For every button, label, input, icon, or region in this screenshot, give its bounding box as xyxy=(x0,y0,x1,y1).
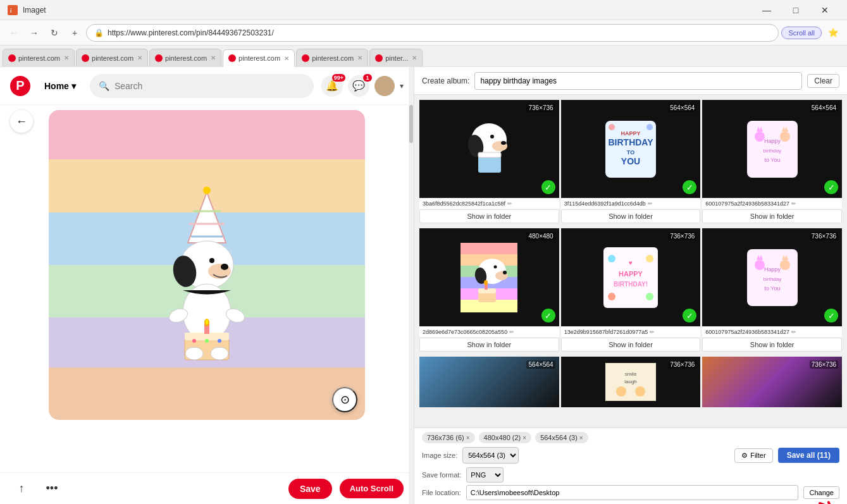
grid-item-8[interactable]: smile laugh 736×736 xyxy=(561,357,701,407)
messages-button[interactable]: 💬 1 xyxy=(348,75,369,97)
show-folder-btn-5[interactable]: Show in folder xyxy=(561,338,701,352)
auto-scroll-button[interactable]: Auto Scroll xyxy=(340,479,404,498)
thumbnail-happy-birthday: ♥ HAPPY BIRTHDAY! xyxy=(602,246,659,309)
tab-label-3: pinterest.com xyxy=(165,54,207,62)
tab-label-4: pinterest.com xyxy=(238,54,280,62)
tab-2[interactable]: pinterest.com ✕ xyxy=(76,49,148,66)
svg-text:Happy: Happy xyxy=(764,138,781,144)
svg-point-43 xyxy=(755,132,765,142)
svg-text:Happy: Happy xyxy=(764,266,781,273)
save-all-button[interactable]: Save all (11) xyxy=(778,448,839,463)
edit-filename-2[interactable]: ✏ xyxy=(648,200,653,207)
show-folder-btn-1[interactable]: Show in folder xyxy=(419,209,559,223)
avatar[interactable] xyxy=(374,76,395,96)
tab-close-6[interactable]: ✕ xyxy=(412,54,417,61)
grid-item-1[interactable]: 736×736 ✓ xyxy=(419,100,559,198)
show-folder-btn-3[interactable]: Show in folder xyxy=(702,209,842,223)
share-icon: ↑ xyxy=(19,482,25,495)
svg-point-23 xyxy=(185,347,203,360)
tab-close-4[interactable]: ✕ xyxy=(284,55,289,62)
scroll-all-button[interactable]: Scroll all xyxy=(781,27,822,39)
home-button[interactable]: Home ▾ xyxy=(38,77,82,95)
close-button[interactable]: ✕ xyxy=(810,0,839,20)
filter-button[interactable]: ⚙ Filter xyxy=(734,448,772,463)
url-text[interactable]: https://www.pinterest.com/pin/8444936725… xyxy=(108,28,770,37)
grid-item-2[interactable]: HAPPY BIRTHDAY TO YOU 564×564 ✓ xyxy=(561,100,701,198)
tab-4[interactable]: pinterest.com ✕ xyxy=(223,49,295,67)
check-icon-3: ✓ xyxy=(824,180,838,194)
back-button[interactable]: ← xyxy=(5,24,23,42)
tab-label-5: pinterest.com xyxy=(312,54,354,62)
size-tags: 736x736 (6) × 480x480 (2) × 564x564 (3) … xyxy=(422,432,839,443)
edit-filename-5[interactable]: ✏ xyxy=(650,329,655,335)
edit-filename-3[interactable]: ✏ xyxy=(791,200,796,207)
show-folder-btn-4[interactable]: Show in folder xyxy=(419,338,559,352)
size-tag-736: 736x736 (6) × xyxy=(422,432,475,443)
grid-item-6[interactable]: Happy birthday to You 736×736 ✓ xyxy=(702,228,842,326)
notifications-button[interactable]: 🔔 99+ xyxy=(321,75,343,97)
visual-search-button[interactable]: ⊙ xyxy=(332,387,357,412)
tab-5[interactable]: pinterest.com ✕ xyxy=(296,49,368,66)
more-options-button[interactable]: ••• xyxy=(40,477,63,500)
size-tag-736-remove[interactable]: × xyxy=(466,434,470,441)
tab-favicon-3 xyxy=(155,54,163,62)
refresh-button[interactable]: ↻ xyxy=(46,24,63,42)
maximize-button[interactable]: □ xyxy=(781,0,810,20)
dim-label-3: 564×564 xyxy=(810,104,838,112)
change-location-button[interactable]: Change xyxy=(803,486,839,499)
search-input[interactable] xyxy=(114,81,305,91)
grid-item-9[interactable]: 736×736 xyxy=(702,357,842,407)
forward-button[interactable]: → xyxy=(25,24,43,42)
edit-filename-6[interactable]: ✏ xyxy=(791,329,796,335)
tab-close-5[interactable]: ✕ xyxy=(357,54,362,61)
album-label: Create album: xyxy=(422,77,469,85)
file-location-input[interactable] xyxy=(466,485,799,500)
thumbnail-snoopy-2 xyxy=(461,243,517,312)
tab-3[interactable]: pinterest.com ✕ xyxy=(149,49,221,66)
dim-label-6: 736×736 xyxy=(810,232,838,240)
size-tag-480-remove[interactable]: × xyxy=(522,434,526,441)
minimize-button[interactable]: — xyxy=(752,0,781,20)
clear-button[interactable]: Clear xyxy=(807,74,839,88)
svg-text:YOU: YOU xyxy=(621,156,640,166)
tab-close-2[interactable]: ✕ xyxy=(137,54,142,61)
search-icon: 🔍 xyxy=(99,81,109,91)
thumbnail-cats-2: Happy birthday to You xyxy=(744,246,801,309)
edit-filename-1[interactable]: ✏ xyxy=(507,200,512,207)
grid-item-5[interactable]: ♥ HAPPY BIRTHDAY! 736×736 ✓ xyxy=(561,228,701,326)
scrollbar-thumb[interactable] xyxy=(409,105,413,143)
grid-item-4[interactable]: 480×480 ✓ xyxy=(419,228,559,326)
edit-filename-4[interactable]: ✏ xyxy=(509,329,514,335)
grid-item-7[interactable]: 564×564 xyxy=(419,357,559,407)
save-format-select[interactable]: PNG JPG WEBP xyxy=(466,467,504,482)
tab-close-3[interactable]: ✕ xyxy=(211,54,216,61)
tab-1[interactable]: pinterest.com ✕ xyxy=(3,49,75,66)
svg-text:to You: to You xyxy=(764,285,780,292)
imaget-panel: Create album: Clear xyxy=(414,67,847,504)
dim-label-2: 564×564 xyxy=(668,104,696,112)
show-folder-btn-2[interactable]: Show in folder xyxy=(561,209,701,223)
grid-item-3[interactable]: Happy birthday to You 564×564 xyxy=(702,100,842,198)
thumbnail-snoopy-1 xyxy=(461,114,517,184)
pinterest-scrollbar[interactable] xyxy=(409,67,414,504)
tab-close-1[interactable]: ✕ xyxy=(64,54,69,61)
dim-label-5: 736×736 xyxy=(668,232,696,240)
album-input[interactable] xyxy=(474,72,802,90)
back-navigation-button[interactable]: ← xyxy=(10,110,33,133)
tab-6[interactable]: pinter... ✕ xyxy=(369,49,423,66)
pin-save-button[interactable]: Save xyxy=(288,479,332,499)
search-bar[interactable]: 🔍 xyxy=(90,74,314,98)
share-button[interactable]: ↑ xyxy=(10,477,33,500)
bookmark-button[interactable]: ⭐ xyxy=(824,24,842,42)
tab-bar: pinterest.com ✕ pinterest.com ✕ pinteres… xyxy=(0,46,847,67)
pin-content: ⊙ xyxy=(0,110,414,420)
size-tag-564-remove[interactable]: × xyxy=(579,434,583,441)
more-icon: ••• xyxy=(46,482,58,495)
new-tab-button[interactable]: + xyxy=(66,24,83,42)
pin-image-container: ⊙ xyxy=(49,110,365,420)
show-folder-btn-6[interactable]: Show in folder xyxy=(702,338,842,352)
size-tag-480: 480x480 (2) × xyxy=(479,432,532,443)
tab-label-2: pinterest.com xyxy=(92,54,133,62)
svg-point-22 xyxy=(218,339,221,343)
image-size-select[interactable]: 564x564 (3) 736x736 (6) 480x480 (2) xyxy=(462,447,519,464)
